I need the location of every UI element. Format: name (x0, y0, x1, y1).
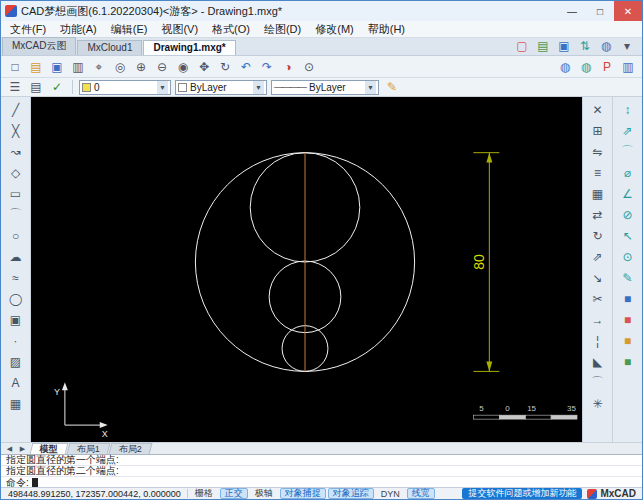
open-folder-icon[interactable]: ▤ (27, 58, 45, 75)
chevron-down-icon[interactable]: ▼ (253, 81, 264, 94)
mirror-icon[interactable]: ⇋ (587, 142, 609, 161)
status-toggle-osnap[interactable]: 对象捕捉 (280, 488, 326, 499)
zoom-in-icon[interactable]: ⊕ (132, 58, 150, 75)
doc-tab-mxcloud1[interactable]: MxCloud1 (77, 40, 142, 55)
layout-nav-prev-icon[interactable]: ◀ (3, 445, 16, 453)
draw-circle-icon[interactable]: ○ (5, 226, 27, 245)
offset-icon[interactable]: ≡ (587, 163, 609, 182)
draworder-icon[interactable]: ■ (617, 289, 639, 308)
scale-icon[interactable]: ⇗ (587, 247, 609, 266)
break-icon[interactable]: ¦ (587, 331, 609, 350)
layout-tab-layout1[interactable]: 布局1 (67, 443, 111, 454)
insert-block-icon[interactable]: ▣ (5, 310, 27, 329)
menu-view[interactable]: 视图(V) (154, 21, 205, 37)
layer-select[interactable]: 0 ▼ (79, 80, 171, 95)
menu-edit[interactable]: 编辑(E) (104, 21, 155, 37)
status-toggle-lineweight[interactable]: 线宽 (407, 488, 435, 499)
status-toggle-dyn[interactable]: DYN (376, 488, 405, 499)
layer-manager-icon[interactable]: ☰ (6, 79, 24, 96)
chamfer-icon[interactable]: ◣ (587, 352, 609, 371)
properties-icon[interactable]: ■ (617, 310, 639, 329)
make-layer-current-icon[interactable]: ✓ (48, 79, 66, 96)
zoom-dynamic-icon[interactable]: ◎ (111, 58, 129, 75)
report-chart-icon[interactable]: ▥ (619, 58, 637, 75)
menu-file[interactable]: 文件(F) (3, 21, 53, 37)
dim-style-icon[interactable]: ✎ (617, 268, 639, 287)
dim-arc-icon[interactable]: ⌒ (617, 142, 639, 161)
linetype-select[interactable]: ———— ByLayer ▼ (271, 80, 379, 95)
extend-icon[interactable]: → (587, 310, 609, 329)
undo-icon[interactable]: ↶ (237, 58, 255, 75)
match-properties-icon[interactable]: ■ (617, 331, 639, 350)
linewidth-icon[interactable]: ✎ (383, 79, 401, 96)
chevron-down-icon[interactable]: ▼ (157, 81, 168, 94)
draw-xline-icon[interactable]: ╳ (5, 121, 27, 140)
dim-diameter-icon[interactable]: ⊘ (617, 205, 639, 224)
palette-icon[interactable]: ◑ (279, 58, 297, 75)
status-toggle-grid[interactable]: 栅格 (190, 488, 218, 499)
draw-table-icon[interactable]: ▦ (5, 394, 27, 413)
zoom-extents-icon[interactable]: ◉ (174, 58, 192, 75)
menu-format[interactable]: 格式(O) (205, 21, 257, 37)
chevron-down-icon[interactable]: ▼ (365, 81, 376, 94)
fillet-icon[interactable]: ⌒ (587, 373, 609, 392)
dim-center-icon[interactable]: ⊙ (617, 247, 639, 266)
draw-polyline-icon[interactable]: ↝ (5, 142, 27, 161)
options-icon[interactable]: ■ (617, 352, 639, 371)
dim-linear-icon[interactable]: ↕ (617, 100, 639, 119)
menu-help[interactable]: 帮助(H) (361, 21, 412, 37)
draw-point-icon[interactable]: ∙ (5, 331, 27, 350)
quick-open-icon[interactable]: ▤ (534, 37, 552, 54)
redo-icon[interactable]: ↷ (258, 58, 276, 75)
rotate-icon[interactable]: ↻ (587, 226, 609, 245)
regen-icon[interactable]: ↻ (216, 58, 234, 75)
draw-ellipse-icon[interactable]: ◯ (5, 289, 27, 308)
layer-filter-icon[interactable]: ▤ (27, 79, 45, 96)
layout-tab-layout2[interactable]: 布局2 (109, 443, 153, 454)
feedback-link[interactable]: 提交软件问题或增加新功能 (462, 488, 582, 499)
web-drive-icon[interactable]: ◍ (597, 37, 615, 54)
dim-angular-icon[interactable]: ∠ (617, 184, 639, 203)
draw-rectangle-icon[interactable]: ▭ (5, 184, 27, 203)
draw-line-icon[interactable]: ╱ (5, 100, 27, 119)
minimize-button[interactable]: — (558, 1, 586, 21)
more-tabs-icon[interactable]: ▾ (618, 37, 636, 54)
quick-new-icon[interactable]: ▢ (513, 37, 531, 54)
erase-icon[interactable]: ✕ (587, 100, 609, 119)
quick-save-icon[interactable]: ▣ (555, 37, 573, 54)
draw-revcloud-icon[interactable]: ☁ (5, 247, 27, 266)
menu-modify[interactable]: 修改(M) (308, 21, 361, 37)
website-icon[interactable]: ◍ (556, 58, 574, 75)
search-icon[interactable]: ⊙ (300, 58, 318, 75)
maximize-button[interactable]: □ (586, 1, 614, 21)
drawing-canvas[interactable]: 80YX501535 (31, 97, 582, 442)
new-file-icon[interactable]: □ (6, 58, 24, 75)
draw-hatch-icon[interactable]: ▨ (5, 352, 27, 371)
array-icon[interactable]: ▦ (587, 184, 609, 203)
layout-tab-model[interactable]: 模型 (30, 443, 69, 454)
draw-text-icon[interactable]: A (5, 373, 27, 392)
sync-cloud-icon[interactable]: ⇅ (576, 37, 594, 54)
menu-draw[interactable]: 绘图(D) (257, 21, 308, 37)
draw-polygon-icon[interactable]: ◇ (5, 163, 27, 182)
dim-aligned-icon[interactable]: ⇗ (617, 121, 639, 140)
status-toggle-ortho[interactable]: 正交 (220, 488, 248, 499)
status-toggle-polar[interactable]: 极轴 (250, 488, 278, 499)
pan-icon[interactable]: ✥ (195, 58, 213, 75)
pdf-export-icon[interactable]: P (598, 58, 616, 75)
copy-icon[interactable]: ⊞ (587, 121, 609, 140)
color-select[interactable]: ByLayer ▼ (175, 80, 267, 95)
menu-function[interactable]: 功能(A) (53, 21, 104, 37)
layout-nav-next-icon[interactable]: ▶ (16, 445, 29, 453)
save-icon[interactable]: ▣ (48, 58, 66, 75)
zoom-window-icon[interactable]: ⌖ (90, 58, 108, 75)
draw-arc-icon[interactable]: ⌒ (5, 205, 27, 224)
dim-leader-icon[interactable]: ↖ (617, 226, 639, 245)
move-icon[interactable]: ⇄ (587, 205, 609, 224)
doc-tab-mxcad-cloud[interactable]: MxCAD云图 (2, 37, 76, 55)
close-button[interactable]: ✕ (614, 1, 642, 21)
zoom-out-icon[interactable]: ⊖ (153, 58, 171, 75)
trim-icon[interactable]: ✂ (587, 289, 609, 308)
draw-spline-icon[interactable]: ≈ (5, 268, 27, 287)
dim-radius-icon[interactable]: ⌀ (617, 163, 639, 182)
